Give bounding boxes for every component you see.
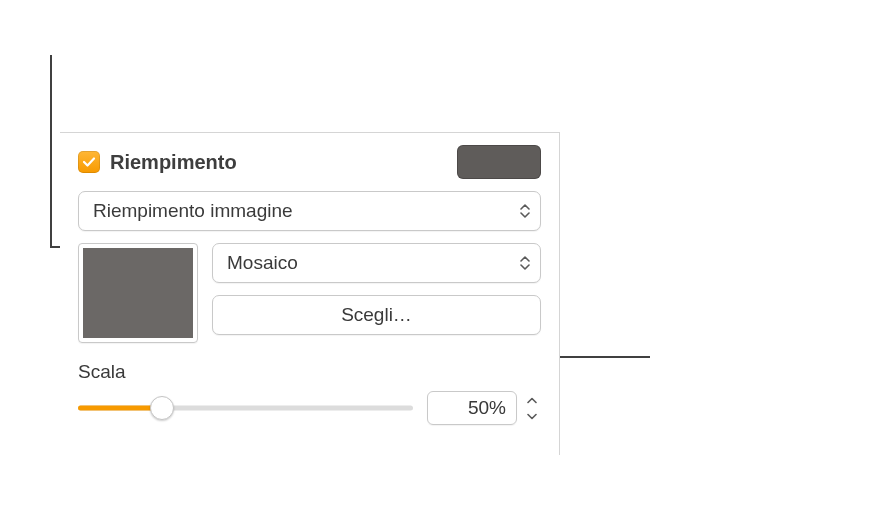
stepper-down[interactable] [523,408,541,424]
popup-arrows-icon [520,204,530,218]
scale-row: 50% [78,391,541,425]
callout-line [50,55,52,247]
stepper-up[interactable] [523,392,541,408]
fill-inspector-panel: Riempimento Riempimento immagine Mosaico… [60,132,560,455]
image-options-column: Mosaico Scegli… [212,243,541,343]
popup-arrows-icon [520,256,530,270]
fill-header-row: Riempimento [78,145,541,179]
tiling-popup[interactable]: Mosaico [212,243,541,283]
scale-value-group: 50% [427,391,541,425]
fill-color-well[interactable] [457,145,541,179]
image-config-row: Mosaico Scegli… [78,243,541,343]
fill-type-popup[interactable]: Riempimento immagine [78,191,541,231]
callout-line [555,356,650,358]
scale-slider[interactable] [78,396,413,420]
fill-checkbox[interactable] [78,151,100,173]
fill-checkbox-group: Riempimento [78,151,237,174]
choose-image-label: Scegli… [341,304,412,326]
scale-steppers [523,392,541,424]
image-well[interactable] [78,243,198,343]
slider-thumb[interactable] [150,396,174,420]
choose-image-button[interactable]: Scegli… [212,295,541,335]
tiling-label: Mosaico [227,252,298,274]
chevron-down-icon [527,413,537,420]
scale-value-text: 50% [468,397,506,419]
checkmark-icon [82,155,96,169]
fill-type-label: Riempimento immagine [93,200,293,222]
chevron-up-icon [527,397,537,404]
fill-checkbox-label: Riempimento [110,151,237,174]
image-swatch [83,248,193,338]
scale-label: Scala [78,361,541,383]
scale-value-field[interactable]: 50% [427,391,517,425]
